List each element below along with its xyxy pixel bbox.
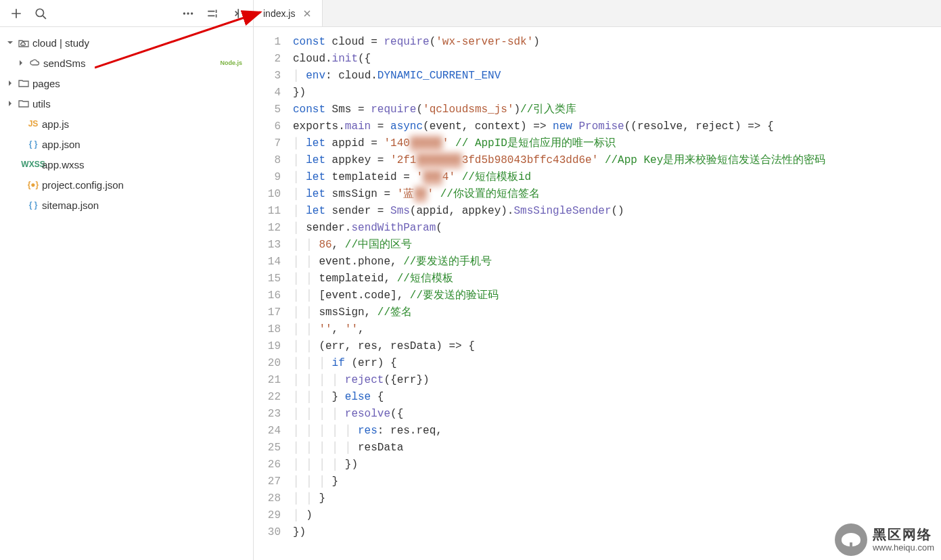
tree-root-cloud[interactable]: cloud | study	[0, 32, 253, 53]
watermark-title: 黑区网络	[873, 526, 934, 542]
toolbar	[0, 0, 253, 27]
file-explorer-sidebar: cloud | study sendSms Node.js pages util…	[0, 0, 254, 560]
tree-item-sitemap[interactable]: { } sitemap.json	[0, 195, 253, 215]
watermark-url: www.heiqu.com	[873, 542, 934, 553]
tree-item-label: utils	[32, 98, 248, 110]
json-file-icon: { }	[27, 199, 39, 211]
tab-bar: index.js	[254, 0, 941, 27]
tree-item-pages[interactable]: pages	[0, 73, 253, 93]
tab-label: index.js	[263, 8, 295, 19]
code-editor[interactable]: 1234567891011121314151617181920212223242…	[254, 27, 941, 560]
tree-item-appwxss[interactable]: WXSS app.wxss	[0, 154, 253, 174]
tree-item-projectconfig[interactable]: {●} project.config.json	[0, 174, 253, 195]
tree-item-label: app.js	[42, 118, 248, 130]
tree-item-label: app.wxss	[42, 159, 248, 170]
cloud-icon	[28, 57, 41, 69]
chevron-down-icon	[5, 38, 15, 47]
folder-icon	[18, 77, 30, 89]
svg-point-1	[183, 12, 185, 14]
close-icon[interactable]	[302, 8, 313, 19]
chevron-right-icon	[16, 58, 26, 68]
tree-item-sendsms[interactable]: sendSms Node.js	[0, 53, 253, 73]
add-button[interactable]	[5, 3, 27, 24]
settings-icon[interactable]	[202, 3, 223, 24]
file-tree: cloud | study sendSms Node.js pages util…	[0, 27, 253, 560]
json-file-icon: { }	[27, 138, 39, 150]
search-button[interactable]	[30, 3, 51, 24]
svg-point-3	[191, 12, 193, 14]
tree-item-label: sitemap.json	[42, 200, 248, 211]
watermark-logo-icon	[835, 523, 867, 556]
tree-item-label: app.json	[42, 139, 248, 150]
more-button[interactable]	[177, 3, 199, 24]
cloud-folder-icon	[18, 37, 30, 49]
tree-item-label: project.config.json	[42, 179, 248, 191]
code-content[interactable]: const cloud = require('wx-server-sdk')cl…	[288, 27, 941, 560]
tab-indexjs[interactable]: index.js	[254, 0, 323, 26]
wxss-file-icon: WXSS	[27, 158, 39, 170]
collapse-icon[interactable]	[226, 3, 248, 24]
line-number-gutter: 1234567891011121314151617181920212223242…	[254, 27, 288, 560]
svg-point-2	[187, 12, 189, 14]
watermark: 黑区网络 www.heiqu.com	[835, 523, 934, 556]
js-file-icon: JS	[27, 118, 39, 130]
svg-point-0	[36, 9, 43, 16]
tree-item-appjson[interactable]: { } app.json	[0, 134, 253, 154]
tree-item-label: pages	[32, 78, 248, 89]
editor-area: index.js 1234567891011121314151617181920…	[254, 0, 941, 560]
chevron-right-icon	[5, 99, 15, 108]
folder-icon	[18, 97, 30, 110]
tree-item-label: cloud | study	[32, 37, 248, 49]
chevron-right-icon	[5, 78, 15, 88]
nodejs-badge: Node.js	[220, 60, 242, 66]
tree-item-utils[interactable]: utils	[0, 93, 253, 114]
project-config-icon: {●}	[27, 179, 39, 191]
tree-item-appjs[interactable]: JS app.js	[0, 114, 253, 134]
tree-item-label: sendSms	[43, 57, 217, 69]
